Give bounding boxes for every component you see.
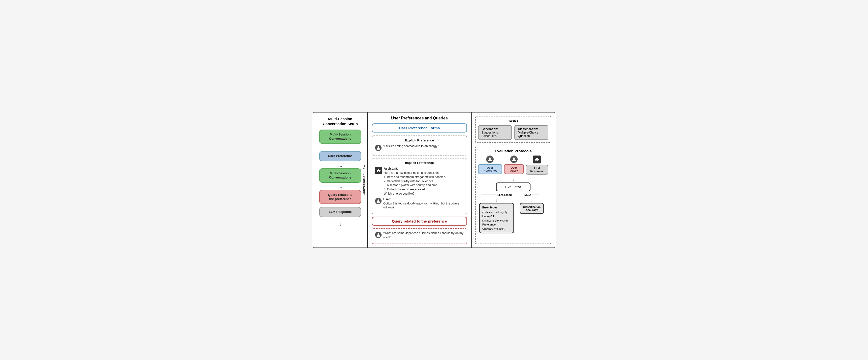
user-underline: too seafood-heavy for my liking [398, 202, 439, 205]
svg-point-8 [378, 199, 379, 201]
middle-panel: User Preferences and Queries User Prefer… [368, 112, 472, 248]
error-types-title: Error Types [482, 205, 511, 210]
generation-task-box: Generation: Suggestions, Advice, etc. [478, 125, 512, 140]
svg-point-14 [536, 160, 537, 160]
query-label-box: Query related to the preference [372, 217, 467, 226]
user-label: User: [383, 198, 391, 201]
tasks-row: Generation: Suggestions, Advice, etc. Cl… [478, 125, 548, 140]
svg-rect-5 [377, 170, 377, 171]
tasks-title: Tasks [478, 119, 548, 123]
dots-1: ... [338, 145, 342, 151]
svg-rect-16 [535, 159, 535, 160]
svg-point-15 [537, 160, 538, 160]
user-avatar-implicit [375, 198, 381, 204]
classification-task-box: Classification: Multiple-Choice Question [515, 125, 548, 140]
user-pre: Option 3 is [383, 202, 398, 205]
user-pref-box: User Preference [478, 164, 502, 174]
error-types-box: Error Types (1) Hallucination; (2) Unhel… [479, 203, 514, 233]
llm-based-label: LLM-based [497, 193, 512, 196]
user-pref-col: User Preference [478, 156, 502, 174]
query-chat-row: "What are some Japanese cuisines dishes … [375, 231, 464, 239]
svg-point-9 [378, 233, 379, 235]
explicit-section: Explicit Preference "I dislike eating se… [372, 135, 467, 156]
robot-avatar [375, 167, 382, 174]
svg-point-3 [378, 171, 378, 171]
classification-accuracy-box: ClassificationAccuracy [520, 203, 544, 214]
arrow-mcq: ↓ [531, 198, 533, 202]
main-container: Multi-Session Conversation Setup Multi-S… [313, 112, 555, 248]
user-text: User: Option 3 is too seafood-heavy for … [383, 197, 464, 210]
conversation-flow-label: Conversation Flow [362, 165, 366, 195]
arrow-to-evaluator: ↓ [478, 177, 548, 182]
query-text: "What are some Japanese cuisines dishes … [383, 231, 464, 239]
flow-box-query: Query related tothe preference [319, 190, 361, 204]
dots-3: ... [338, 184, 342, 189]
flow-box-multisession-2: Multi-SessionConversations [319, 168, 361, 183]
assistant-text: Assistant: Here are a few dinner options… [384, 167, 446, 196]
svg-rect-2 [378, 169, 379, 170]
right-panel: Tasks Generation: Suggestions, Advice, e… [472, 112, 555, 248]
assistant-label: Assistant: [384, 167, 398, 170]
tasks-section: Tasks Generation: Suggestions, Advice, e… [475, 116, 551, 143]
down-arrow: ↓ [339, 220, 342, 227]
classification-title: Classification: [518, 127, 545, 131]
explicit-chat-row: "I dislike eating seafood due to an alle… [375, 144, 464, 151]
user-avatar-explicit [375, 145, 381, 151]
svg-point-4 [379, 171, 379, 171]
implicit-label: Implicit Preference [375, 161, 464, 165]
flow-box-user-pref: User Preference [319, 151, 361, 161]
implicit-section: Implicit Preference Assistant: [372, 158, 467, 214]
dots-2: ... [338, 163, 342, 168]
error-types-text: (1) Hallucination; (2) Unhelpful;(3) Inc… [482, 211, 508, 230]
svg-rect-7 [378, 171, 379, 172]
svg-point-11 [513, 158, 515, 160]
user-row: User: Option 3 is too seafood-heavy for … [375, 197, 464, 210]
evaluator-box: Evaluator [496, 183, 530, 191]
mcq-branch: MCQ ↓ ClassificationAccuracy [517, 193, 547, 214]
query-dashed-section: "What are some Japanese cuisines dishes … [372, 228, 467, 244]
user-avatar-query [375, 232, 381, 238]
svg-rect-17 [538, 159, 539, 160]
explicit-label: Explicit Preference [375, 138, 464, 142]
svg-rect-6 [380, 170, 380, 171]
assistant-row: Assistant: Here are a few dinner options… [375, 167, 464, 196]
eval-section: Evaluation Protocols User Preference Use… [475, 146, 551, 244]
flow-box-llm: LLM Response [319, 207, 361, 217]
user-query-box: User Query [504, 164, 524, 174]
eval-inputs-row: User Preference User Query [478, 156, 548, 174]
user-pref-avatar [486, 156, 494, 163]
user-query-avatar [510, 156, 518, 163]
explicit-text: "I dislike eating seafood due to an alle… [383, 144, 439, 149]
svg-point-10 [489, 158, 491, 160]
llm-based-branch: LLM-based ↓ Error Types (1) Hallucinatio… [479, 193, 514, 233]
svg-point-0 [378, 146, 379, 148]
user-query-col: User Query [504, 156, 524, 174]
generation-title: Generation: [482, 127, 508, 131]
classification-text: Multiple-Choice Question [518, 131, 545, 138]
classification-accuracy-label: ClassificationAccuracy [523, 205, 540, 211]
svg-rect-18 [536, 160, 537, 161]
assistant-content: Here are a few dinner options to conside… [384, 171, 446, 195]
middle-panel-title: User Preferences and Queries [372, 116, 467, 121]
flow-box-multisession-1: Multi-SessionConversations [319, 130, 361, 144]
eval-title: Evaluation Protocols [478, 149, 548, 153]
left-panel: Multi-Session Conversation Setup Multi-S… [313, 112, 368, 248]
llm-robot-avatar [533, 156, 541, 163]
arrow-llm-based: ↓ [496, 198, 498, 202]
pref-forms-box: User Preference Forms [372, 123, 467, 133]
left-panel-title: Multi-Session Conversation Setup [323, 117, 358, 126]
mcq-label: MCQ [524, 193, 531, 196]
generation-text: Suggestions, Advice, etc. [482, 131, 508, 138]
llm-response-col: LLM Response [526, 156, 548, 174]
llm-response-box: LLM Response [526, 165, 548, 174]
svg-rect-13 [536, 158, 538, 159]
